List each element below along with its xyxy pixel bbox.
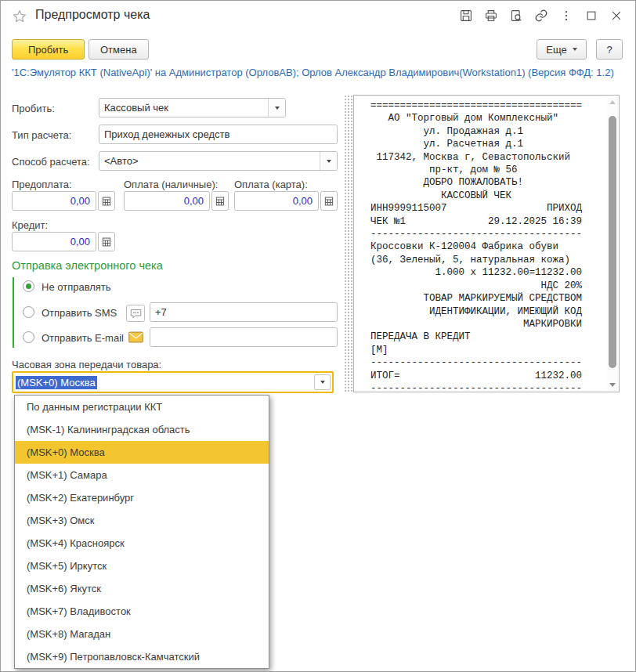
more-button-label: Еще [546, 44, 566, 56]
timezone-selected-text: (MSK+0) Москва [16, 376, 97, 389]
cancel-button[interactable]: Отмена [89, 39, 149, 60]
cash-field: 0,00 [124, 191, 229, 211]
card-label: Оплата (карта): [234, 179, 308, 190]
timezone-option[interactable]: (MSK+6) Якутск [15, 577, 269, 600]
operation-value: Кассовый чек [99, 99, 268, 117]
email-input-value [150, 328, 337, 346]
timezone-option[interactable]: (MSK+5) Иркутск [15, 555, 269, 577]
radio-send-email-label: Отправить E-mail [42, 332, 124, 344]
calc-type-label: Тип расчета: [12, 129, 71, 141]
calc-method-label: Способ расчета: [12, 156, 90, 168]
email-input[interactable] [150, 327, 338, 347]
card-input[interactable]: 0,00 [234, 191, 319, 211]
kebab-menu-icon[interactable] [558, 7, 574, 23]
timezone-option-selected[interactable]: (MSK+0) Москва [15, 441, 269, 464]
device-info-text: '1С:Эмулятор ККТ (NativeApi)' на Админис… [12, 67, 626, 79]
timezone-option[interactable]: (MSK+2) Екатеринбург [15, 486, 269, 509]
chevron-down-icon [275, 107, 280, 110]
receipt-text: ==================================== АО … [354, 96, 607, 392]
operation-dropdown-button[interactable] [268, 99, 285, 117]
timezone-option[interactable]: (MSK+4) Красноярск [15, 532, 269, 555]
timezone-option[interactable]: (MSK+7) Владивосток [15, 600, 269, 623]
calculator-button[interactable] [98, 232, 115, 251]
chevron-down-icon [320, 381, 325, 384]
group-border [13, 277, 14, 348]
radio-send-sms-label: Отправить SMS [42, 307, 117, 319]
scroll-up-icon[interactable] [609, 100, 616, 104]
timezone-dropdown-list: По данным регистрации ККТ (MSK-1) Калини… [14, 395, 269, 669]
window-controls [457, 7, 624, 23]
calc-method-dropdown-button[interactable] [320, 152, 337, 170]
receipt-scrollbar[interactable] [607, 96, 618, 391]
calculator-button[interactable] [320, 191, 338, 211]
credit-field: 0,00 [12, 232, 115, 251]
timezone-option[interactable]: (MSK+1) Самара [15, 464, 269, 486]
timezone-combobox[interactable]: (MSK+0) Москва [12, 371, 334, 393]
chevron-down-icon [327, 160, 331, 163]
sms-template-button[interactable] [126, 305, 145, 322]
splitter-handle[interactable] [344, 95, 353, 392]
ereceipt-section-header: Отправка электронного чека [12, 259, 163, 272]
radio-not-send[interactable] [23, 280, 34, 292]
title-bar: Предпросмотр чека [1, 1, 635, 31]
prepayment-label: Предоплата: [12, 179, 72, 190]
timezone-option[interactable]: (MSK-1) Калининградская область [15, 418, 269, 441]
timezone-option[interactable]: (MSK+8) Магадан [15, 623, 269, 645]
calc-type-input[interactable]: Приход денежных средств [99, 125, 338, 144]
credit-label: Кредит: [12, 219, 48, 231]
favorite-star-icon[interactable] [12, 9, 27, 24]
phone-input-value: +7 [150, 303, 337, 321]
credit-input[interactable]: 0,00 [12, 232, 96, 251]
operation-label: Пробить: [12, 103, 55, 114]
timezone-option[interactable]: По данным регистрации ККТ [15, 396, 269, 418]
calculator-button[interactable] [98, 191, 115, 211]
operation-combobox[interactable]: Кассовый чек [99, 98, 286, 117]
calc-method-combobox[interactable]: <Авто> [99, 151, 338, 171]
receipt-preview-dialog: Предпросмотр чека Пр [0, 0, 636, 672]
cash-label: Оплата (наличные): [124, 179, 218, 190]
timezone-option[interactable]: (MSK+9) Петропавловск-Камчатский [15, 645, 269, 668]
link-icon[interactable] [533, 7, 549, 23]
email-icon [128, 331, 143, 346]
radio-not-send-label: Не отправлять [42, 281, 111, 293]
calculator-button[interactable] [211, 191, 229, 211]
calc-method-value: <Авто> [99, 152, 320, 170]
scroll-down-icon[interactable] [609, 383, 616, 387]
save-icon[interactable] [457, 7, 474, 23]
chevron-down-icon [573, 48, 577, 51]
phone-input[interactable]: +7 [150, 302, 338, 322]
preview-icon[interactable] [508, 7, 524, 23]
more-button[interactable]: Еще [537, 39, 587, 60]
timezone-option[interactable]: (MSK+3) Омск [15, 509, 269, 532]
timezone-dropdown-button[interactable] [314, 374, 331, 390]
radio-send-sms[interactable] [23, 306, 34, 318]
close-icon[interactable] [608, 7, 624, 23]
scrollbar-thumb[interactable] [609, 116, 616, 368]
prepayment-input[interactable]: 0,00 [12, 191, 96, 211]
radio-send-email[interactable] [23, 331, 34, 343]
cash-input[interactable]: 0,00 [124, 191, 210, 211]
card-field: 0,00 [234, 191, 338, 211]
calc-type-value: Приход денежных средств [99, 125, 337, 143]
submit-button[interactable]: Пробить [12, 39, 85, 60]
help-button[interactable]: ? [596, 39, 623, 60]
receipt-preview-panel: ==================================== АО … [353, 95, 620, 392]
window-title: Предпросмотр чека [35, 8, 150, 22]
print-icon[interactable] [482, 7, 499, 23]
timezone-label: Часовая зона передачи товара: [12, 359, 161, 370]
prepayment-field: 0,00 [12, 191, 115, 211]
restore-window-icon[interactable] [583, 7, 599, 23]
